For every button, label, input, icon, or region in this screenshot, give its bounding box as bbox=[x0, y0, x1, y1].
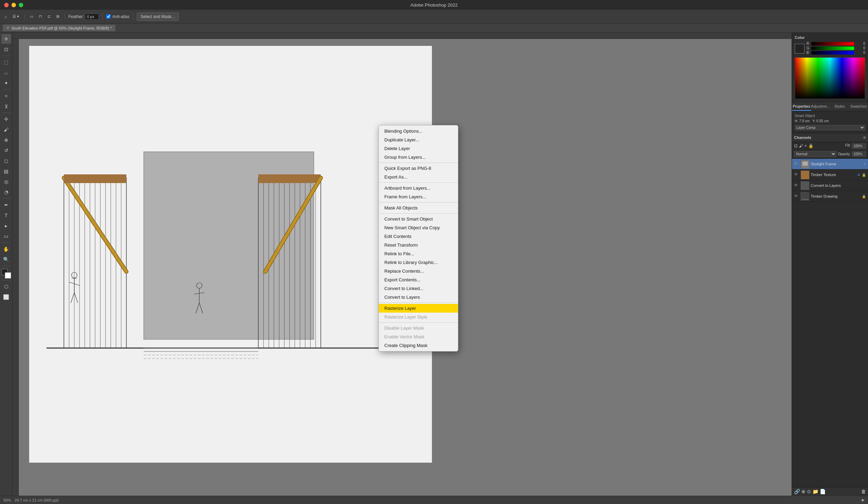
context-menu-item-convert-to-linked[interactable]: Convert to Linked... bbox=[379, 284, 458, 293]
layer-item[interactable]: 👁 Skylight Frame ⊞ bbox=[792, 159, 868, 170]
context-menu-item-reset-transform[interactable]: Reset Transform bbox=[379, 241, 458, 249]
artboard-tool[interactable]: ⊡ bbox=[1, 44, 11, 54]
transform-button[interactable]: ⊞ bbox=[55, 13, 61, 20]
minimize-button[interactable] bbox=[11, 3, 16, 7]
context-menu-item-delete-layer[interactable]: Delete Layer bbox=[379, 144, 458, 153]
background-color[interactable] bbox=[5, 272, 11, 279]
right-panel: Color R 0 G 0 B bbox=[792, 33, 868, 496]
screen-mode-tool[interactable]: ⬜ bbox=[1, 292, 11, 302]
intersect-button[interactable]: ⊓ bbox=[37, 13, 44, 20]
context-menu-item-duplicate-layer[interactable]: Duplicate Layer... bbox=[379, 135, 458, 144]
fill-input[interactable] bbox=[852, 143, 866, 149]
history-brush-tool[interactable]: ↺ bbox=[1, 146, 11, 155]
blue-label: B bbox=[807, 51, 810, 55]
tab-adjustments[interactable]: Adjustme... bbox=[811, 102, 830, 111]
blend-mode-select[interactable]: Normal bbox=[794, 151, 836, 157]
context-menu-item-frame-from-layers[interactable]: Frame from Layers... bbox=[379, 192, 458, 201]
maximize-button[interactable] bbox=[19, 3, 23, 7]
marquee-tool[interactable]: ⬚ bbox=[1, 57, 11, 67]
context-menu-item-relink-to-library-graphic[interactable]: Relink to Library Graphic... bbox=[379, 258, 458, 267]
brush-tool[interactable]: 🖌 bbox=[1, 125, 11, 134]
context-menu-item-rasterize-layer[interactable]: Rasterize Layer bbox=[379, 304, 458, 313]
layer-item[interactable]: 👁 Timber Drawing 🔒 bbox=[792, 191, 868, 202]
color-spectrum[interactable] bbox=[795, 57, 865, 99]
add-mask-button[interactable]: ⊙ bbox=[807, 489, 811, 494]
add-layer-style-button[interactable]: ⊕ bbox=[801, 489, 806, 494]
blue-value: 0 bbox=[856, 51, 865, 55]
context-menu-item-new-smart-object-copy[interactable]: New Smart Object via Copy bbox=[379, 223, 458, 232]
layer-visibility-icon[interactable]: 👁 bbox=[794, 172, 799, 177]
layer-comp-select[interactable]: Layer Comp bbox=[795, 125, 865, 130]
context-menu-item-export-contents[interactable]: Export Contents... bbox=[379, 275, 458, 284]
zoom-tool[interactable]: 🔍 bbox=[1, 255, 11, 264]
link-layers-button[interactable]: 🔗 bbox=[794, 489, 800, 494]
crop-tool[interactable]: ⌗ bbox=[1, 91, 11, 101]
close-tab-icon[interactable]: ✕ bbox=[6, 26, 9, 30]
context-menu-item-artboard-from-layers[interactable]: Artboard from Layers... bbox=[379, 184, 458, 192]
delete-layer-button[interactable]: 🗑 bbox=[861, 489, 866, 494]
layer-visibility-icon[interactable]: 👁 bbox=[794, 183, 799, 188]
move-tool[interactable]: ✛ bbox=[1, 34, 11, 44]
clone-stamp-tool[interactable]: ⊕ bbox=[1, 135, 11, 145]
context-menu-item-quick-export-png8[interactable]: Quick Export as PNG-8 bbox=[379, 164, 458, 173]
rect-marquee-button[interactable]: ▭ bbox=[28, 13, 35, 20]
quick-mask-tool[interactable]: ⬡ bbox=[1, 282, 11, 291]
lock-image-icon[interactable]: 🖌 bbox=[799, 143, 803, 149]
shape-tool[interactable]: ▭ bbox=[1, 231, 11, 241]
context-menu-item-export-as[interactable]: Export As... bbox=[379, 173, 458, 181]
feather-input[interactable] bbox=[85, 14, 99, 20]
anti-alias-checkbox[interactable] bbox=[106, 14, 111, 19]
dodge-tool[interactable]: ◔ bbox=[1, 187, 11, 197]
gradient-tool[interactable]: ▤ bbox=[1, 166, 11, 176]
context-menu-item-create-clipping-mask[interactable]: Create Clipping Mask bbox=[379, 341, 458, 350]
pen-tool[interactable]: ✒ bbox=[1, 200, 11, 210]
context-menu-item-replace-contents[interactable]: Replace Contents... bbox=[379, 267, 458, 275]
anti-alias-group: Anti-alias bbox=[106, 14, 129, 19]
layers-panel-menu-icon[interactable]: ≡ bbox=[863, 135, 866, 140]
layer-visibility-icon[interactable]: 👁 bbox=[794, 162, 799, 166]
context-menu-item-convert-to-layers[interactable]: Convert to Layers bbox=[379, 293, 458, 301]
layer-visibility-icon[interactable]: 👁 bbox=[794, 194, 799, 199]
opacity-input[interactable] bbox=[852, 151, 866, 157]
path-selection-tool[interactable]: ▸ bbox=[1, 221, 11, 231]
tab-swatches[interactable]: Swatches bbox=[849, 102, 868, 111]
context-menu-item-blending-options[interactable]: Blending Options... bbox=[379, 127, 458, 135]
red-slider[interactable] bbox=[811, 42, 854, 46]
close-button[interactable] bbox=[4, 3, 9, 7]
tab-styles[interactable]: Styles bbox=[830, 102, 849, 111]
context-menu-item-mask-all-objects[interactable]: Mask All Objects bbox=[379, 204, 458, 212]
type-tool[interactable]: T bbox=[1, 210, 11, 220]
blur-tool[interactable]: ◎ bbox=[1, 177, 11, 187]
magic-wand-tool[interactable]: ✦ bbox=[1, 78, 11, 88]
layer-item[interactable]: 👁 Convert to Layers bbox=[792, 180, 868, 191]
context-menu-item-relink-to-file[interactable]: Relink to File... bbox=[379, 249, 458, 258]
fg-bg-colors[interactable] bbox=[1, 269, 11, 279]
hand-tool[interactable]: ✋ bbox=[1, 244, 11, 254]
subtract-button[interactable]: ⊏ bbox=[46, 13, 52, 20]
new-group-button[interactable]: 📁 bbox=[812, 489, 818, 494]
lock-position-icon[interactable]: + bbox=[804, 143, 807, 149]
context-menu-item-edit-contents[interactable]: Edit Contents bbox=[379, 232, 458, 241]
lock-transparent-icon[interactable]: ⊡ bbox=[794, 143, 798, 149]
color-preview-row: R 0 G 0 B 0 bbox=[795, 42, 865, 55]
layer-thumbnail bbox=[801, 171, 809, 179]
context-menu-item-convert-to-smart-object[interactable]: Convert to Smart Object bbox=[379, 215, 458, 223]
select-mask-button[interactable]: Select and Mask... bbox=[137, 13, 179, 21]
document-tab-label: South Elevation PDF.pdf @ 50% (Skylight … bbox=[11, 26, 112, 30]
new-layer-button[interactable]: 📄 bbox=[820, 489, 826, 494]
blue-slider[interactable] bbox=[811, 51, 854, 55]
green-slider[interactable] bbox=[811, 47, 854, 50]
layer-item[interactable]: 👁 Timber Texture ⊞ 🔒 bbox=[792, 170, 868, 180]
eraser-tool[interactable]: ◻ bbox=[1, 156, 11, 166]
eyedropper-tool[interactable]: ⊻ bbox=[1, 101, 11, 111]
context-menu-item-group-from-layers[interactable]: Group from Layers... bbox=[379, 153, 458, 162]
home-button[interactable]: ⌂ bbox=[3, 14, 9, 20]
healing-tool[interactable]: ✢ bbox=[1, 114, 11, 124]
lock-all-icon[interactable]: 🔒 bbox=[808, 143, 813, 149]
tab-properties[interactable]: Properties bbox=[792, 102, 811, 111]
active-color-swatch[interactable] bbox=[795, 44, 804, 53]
tool-separator-6 bbox=[2, 266, 10, 266]
document-tab[interactable]: ✕ South Elevation PDF.pdf @ 50% (Skyligh… bbox=[3, 25, 115, 31]
tool-options-button[interactable]: ☰ ▾ bbox=[11, 13, 21, 20]
lasso-tool[interactable]: ⌓ bbox=[1, 68, 11, 77]
